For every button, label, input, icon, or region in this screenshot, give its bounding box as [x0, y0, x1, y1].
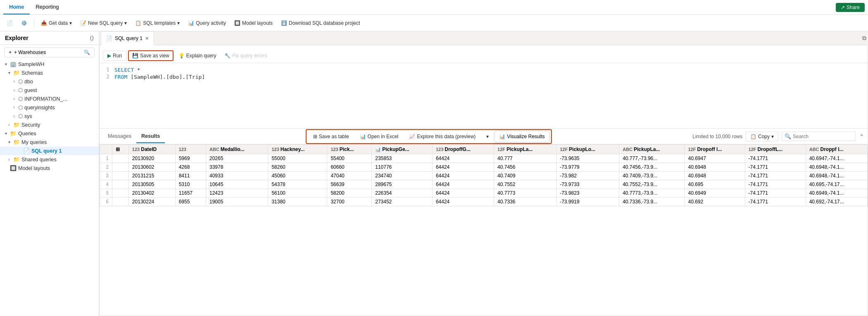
download-sql-button[interactable]: ⬇️ Download SQL database project — [278, 19, 363, 28]
search-input[interactable] — [793, 134, 853, 139]
col-header-pickupla: 12FPickupLa... — [494, 145, 556, 154]
table-cell: 40.692 — [685, 198, 745, 206]
search-icon[interactable]: 🔍 — [84, 50, 90, 55]
sql-templates-button[interactable]: 📋 SQL templates ▾ — [132, 19, 183, 28]
chevron-icon: › — [12, 105, 17, 110]
table-cell: -74.1771 — [745, 154, 806, 163]
table-header-row: ⊞ 123DateID 123 ABCMedallio... 123Hackne… — [100, 145, 868, 154]
table-cell — [112, 154, 129, 163]
results-right-actions: Limited to 10,000 rows 📋 Copy ▾ 🔍 ⌃ — [692, 132, 864, 141]
copy-button[interactable]: 📋 Copy ▾ — [746, 132, 778, 141]
tab-results[interactable]: Results — [136, 130, 165, 143]
editor-area: 📄 SQL query 1 ✕ ⧉ ▶ Run 💾 Save as view 💡 — [99, 31, 868, 316]
settings-icon-btn[interactable]: ⚙️ — [18, 19, 31, 28]
table-cell: 20130402 — [128, 189, 175, 198]
add-warehouse-button[interactable]: + + Warehouses 🔍 — [4, 47, 95, 57]
get-data-chevron-icon: ▾ — [69, 20, 72, 26]
table-cell: 64424 — [432, 163, 494, 172]
table-cell: 6955 — [175, 198, 206, 206]
table-cell: 40.777 — [494, 154, 556, 163]
save-as-table-button[interactable]: ⊞ Save as table — [309, 132, 353, 141]
explain-query-button[interactable]: 💡 Explain query — [175, 51, 220, 60]
sidebar-item-information[interactable]: › ⬡ INFORMATION_... — [0, 94, 99, 103]
play-icon: ▶ — [107, 53, 111, 59]
code-editor[interactable]: 1 SELECT * 2 FROM [SampleWH].[dbo].[Trip… — [100, 63, 868, 125]
sidebar-item-label: guest — [24, 87, 97, 93]
save-as-view-button[interactable]: 💾 Save as view — [128, 50, 174, 61]
table-cell: 40.7336 — [494, 198, 556, 206]
chevron-icon: ▾ — [3, 62, 8, 66]
chevron-icon: › — [12, 114, 17, 118]
table-cell: -74.1771 — [745, 189, 806, 198]
sidebar-item-label: sys — [24, 113, 97, 119]
sql-editor-toolbar: ▶ Run 💾 Save as view 💡 Explain query 🔧 F… — [100, 49, 868, 63]
tab-file-icon: 📄 — [106, 35, 112, 41]
data-table-wrapper: ⊞ 123DateID 123 ABCMedallio... 123Hackne… — [100, 144, 868, 316]
editor-tab-sql-query-1[interactable]: 📄 SQL query 1 ✕ — [101, 31, 154, 45]
sidebar-item-shared-queries[interactable]: › 📁 Shared queries — [0, 155, 99, 164]
sidebar-item-guest[interactable]: › ⬡ guest — [0, 86, 99, 94]
share-button[interactable]: ↗ Share — [836, 3, 865, 12]
new-sql-query-button[interactable]: 📝 New SQL query ▾ — [77, 19, 130, 28]
query-activity-button[interactable]: 📊 Query activity — [185, 19, 229, 28]
code-line-2: 2 FROM [SampleWH].[dbo].[Trip] — [100, 73, 868, 80]
chevron-icon: › — [12, 97, 17, 101]
sidebar-item-security[interactable]: › 📁 Security — [0, 120, 99, 129]
sidebar-item-label: dbo — [24, 79, 97, 85]
schema-icon: ⬡ — [18, 87, 23, 93]
settings-icon: ⚙️ — [21, 20, 27, 26]
col-header-icon: ⊞ — [112, 145, 129, 154]
table-row: 3201312158411409334506047040234740644244… — [100, 172, 868, 180]
table-cell: 64424 — [432, 198, 494, 206]
run-button[interactable]: ▶ Run — [103, 51, 126, 61]
table-cell: 56639 — [327, 180, 372, 189]
table-cell — [112, 180, 129, 189]
save-view-icon: 💾 — [132, 53, 138, 59]
schema-icon: ⬡ — [18, 104, 23, 111]
sidebar-item-sql-query-1[interactable]: 📄 SQL query 1 — [0, 146, 99, 155]
visualize-results-popup[interactable]: 📊 Visualize Results — [495, 131, 549, 142]
sidebar-item-samplewh[interactable]: ▾ 🏢 SampleWH — [0, 60, 99, 68]
table-cell: -73.9779 — [556, 163, 619, 172]
explore-icon: 📈 — [409, 134, 415, 139]
table-cell: 40.7552,-73.9... — [619, 180, 685, 189]
new-page-icon-btn[interactable]: 📄 — [3, 19, 16, 28]
sidebar-item-queries[interactable]: ▾ 📁 Queries — [0, 129, 99, 138]
row-num-cell: 2 — [100, 163, 112, 172]
more-actions-button[interactable]: ▾ — [482, 132, 493, 141]
sidebar-item-my-queries[interactable]: ▾ 📁 My queries — [0, 138, 99, 146]
table-cell: 40.6949 — [685, 189, 745, 198]
table-cell — [112, 172, 129, 180]
chevron-icon: ▾ — [7, 140, 12, 144]
sidebar-item-label: Security — [21, 122, 97, 128]
get-data-button[interactable]: 📥 Get data ▾ — [38, 19, 75, 28]
open-in-excel-button[interactable]: 📊 Open in Excel — [356, 132, 403, 141]
tab-messages[interactable]: Messages — [103, 130, 136, 143]
col-header-col2: 123 — [175, 145, 206, 154]
table-cell: 235853 — [372, 154, 433, 163]
tab-reporting[interactable]: Reporting — [30, 0, 64, 14]
sql-templates-chevron-icon: ▾ — [177, 20, 180, 26]
chevron-icon: ▾ — [7, 71, 12, 75]
collapse-results-button[interactable]: ⌃ — [859, 133, 864, 140]
sidebar-item-sys[interactable]: › ⬡ sys — [0, 112, 99, 120]
table-cell: 40.777,-73.96... — [619, 154, 685, 163]
sidebar-collapse-button[interactable]: ⟨⟩ — [90, 35, 94, 41]
main-layout: Explorer ⟨⟩ + + Warehouses 🔍 ▾ 🏢 SampleW… — [0, 31, 868, 316]
top-bar: Home Reporting ↗ Share — [0, 0, 868, 15]
tab-home[interactable]: Home — [3, 0, 30, 14]
tab-close-button[interactable]: ✕ — [145, 36, 149, 41]
sidebar-item-schemas[interactable]: ▾ 📁 Schemas — [0, 68, 99, 77]
table-cell: 40.6948 — [685, 172, 745, 180]
sidebar-item-dbo[interactable]: › ⬡ dbo — [0, 77, 99, 86]
fix-errors-icon: 🔧 — [224, 53, 231, 59]
new-tab-button[interactable]: ⧉ — [862, 35, 866, 42]
fix-query-errors-button[interactable]: 🔧 Fix query errors — [221, 51, 270, 60]
code-content: SELECT * — [114, 67, 140, 73]
explore-data-button[interactable]: 📈 Explore this data (preview) — [405, 132, 480, 141]
results-toolbar: Messages Results ⊞ Save as table 📊 Open … — [100, 129, 868, 144]
model-layouts-button[interactable]: 🔲 Model layouts — [231, 19, 276, 28]
sidebar-item-model-layouts[interactable]: 🔲 Model layouts — [0, 164, 99, 172]
sidebar-item-queryinsights[interactable]: › ⬡ queryinsights — [0, 103, 99, 112]
table-cell: -74.1771 — [745, 172, 806, 180]
